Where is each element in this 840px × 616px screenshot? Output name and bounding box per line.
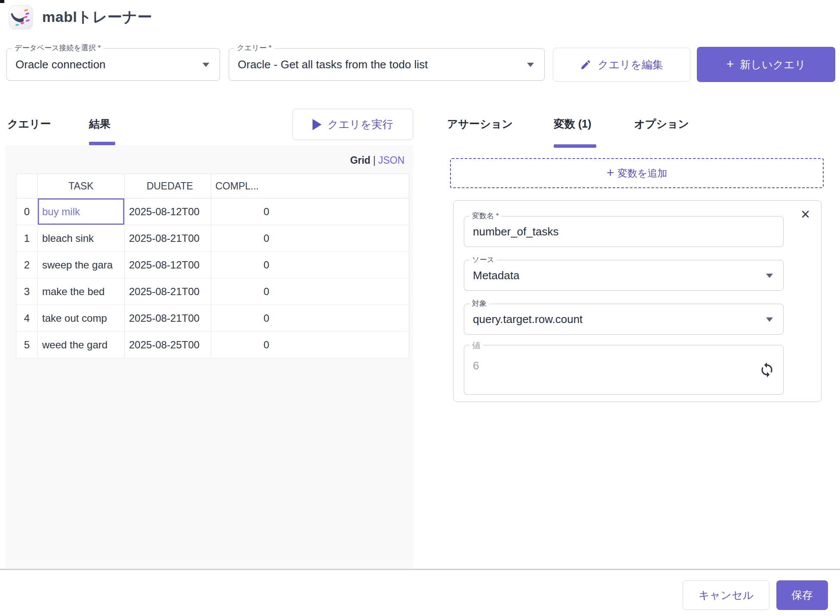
mabl-logo-icon	[8, 3, 35, 31]
tab-options[interactable]: オプション	[634, 117, 689, 131]
tab-queries[interactable]: クエリー	[7, 117, 51, 131]
cell-task[interactable]: bleach sink	[38, 225, 125, 252]
cell-duedate[interactable]: 2025-08-12T00	[125, 252, 211, 278]
query-select[interactable]: クエリー * Oracle - Get all tasks from the t…	[229, 48, 545, 81]
variable-name-value: number_of_tasks	[473, 225, 558, 238]
new-query-button[interactable]: + 新しいクエリ	[697, 47, 835, 82]
cancel-button[interactable]: キャンセル	[683, 580, 769, 610]
variable-value-field[interactable]: 値 6	[464, 345, 784, 395]
pencil-icon	[580, 59, 592, 70]
cell-task[interactable]: make the bed	[38, 278, 125, 305]
chevron-down-icon	[766, 317, 773, 322]
tab-results[interactable]: 結果	[89, 117, 110, 131]
col-header-completed[interactable]: COMPL...	[211, 174, 322, 198]
cell-completed[interactable]: 0	[211, 305, 322, 332]
results-table: TASK DUEDATE COMPL... 0 buy milk 2025-08…	[16, 174, 409, 358]
query-select-value: Oracle - Get all tasks from the todo lis…	[238, 58, 428, 71]
edit-query-button[interactable]: クエリを編集	[553, 48, 690, 82]
cell-task[interactable]: buy milk	[38, 198, 125, 225]
variable-name-field[interactable]: 変数名 * number_of_tasks	[464, 216, 784, 247]
corner-artifact	[0, 0, 4, 3]
cell-duedate[interactable]: 2025-08-21T00	[125, 278, 211, 305]
grid-view-label[interactable]: Grid	[350, 155, 370, 166]
col-header-index	[16, 174, 38, 198]
table-row: 3 make the bed 2025-08-21T00 0	[16, 278, 409, 305]
variable-value-label: 値	[469, 340, 483, 351]
new-query-label: 新しいクエリ	[740, 58, 806, 72]
results-table-body: 0 buy milk 2025-08-12T00 0 1 bleach sink…	[16, 198, 409, 358]
tab-results-underline	[89, 142, 115, 145]
row-index: 0	[16, 198, 38, 225]
app-header: mablトレーナー	[8, 3, 152, 31]
variable-source-value: Metadata	[473, 269, 519, 282]
cell-duedate[interactable]: 2025-08-12T00	[125, 198, 211, 225]
row-index: 1	[16, 225, 38, 252]
view-toggle: Grid|JSON	[335, 155, 405, 166]
plus-icon: +	[727, 58, 734, 70]
add-variable-button[interactable]: + 変数を追加	[450, 158, 824, 188]
variable-target-label: 対象	[469, 299, 489, 308]
row-index: 2	[16, 252, 38, 278]
table-row: 0 buy milk 2025-08-12T00 0	[16, 198, 409, 225]
cell-duedate[interactable]: 2025-08-25T00	[125, 332, 211, 358]
play-icon	[313, 119, 322, 130]
cell-completed[interactable]: 0	[211, 278, 322, 305]
edit-query-label: クエリを編集	[598, 58, 663, 72]
refresh-value-button[interactable]	[758, 361, 776, 378]
variable-target-value: query.target.row.count	[473, 313, 582, 326]
add-variable-label: 変数を追加	[617, 167, 667, 180]
variable-name-label: 変数名 *	[469, 211, 501, 221]
chevron-down-icon	[527, 63, 534, 67]
cell-completed[interactable]: 0	[211, 225, 322, 252]
cell-duedate[interactable]: 2025-08-21T00	[125, 305, 211, 332]
cell-completed[interactable]: 0	[211, 332, 322, 358]
variable-target-select[interactable]: 対象 query.target.row.count	[464, 304, 784, 335]
row-index: 3	[16, 278, 38, 305]
col-header-duedate[interactable]: DUEDATE	[125, 174, 211, 198]
run-query-button[interactable]: クエリを実行	[292, 109, 413, 140]
app-title: mablトレーナー	[42, 7, 152, 27]
json-view-link[interactable]: JSON	[378, 155, 405, 166]
run-query-label: クエリを実行	[328, 117, 393, 131]
database-connection-label: データベース接続を選択 *	[12, 43, 103, 53]
view-toggle-divider: |	[371, 155, 378, 166]
variable-value-preview: 6	[473, 359, 479, 372]
col-header-task[interactable]: TASK	[38, 174, 125, 198]
table-header-row: TASK DUEDATE COMPL...	[16, 174, 409, 198]
mabl-trainer-screen: mablトレーナー データベース接続を選択 * Oracle connectio…	[0, 0, 840, 616]
cell-task[interactable]: sweep the gara	[38, 252, 125, 278]
row-index: 4	[16, 305, 38, 332]
tab-variables[interactable]: 変数 (1)	[554, 117, 592, 131]
tab-assertions[interactable]: アサーション	[447, 117, 513, 131]
query-select-label: クエリー *	[234, 43, 274, 53]
variable-source-label: ソース	[469, 255, 497, 265]
cell-task[interactable]: take out comp	[38, 305, 125, 332]
variable-source-select[interactable]: ソース Metadata	[464, 260, 784, 291]
tab-variables-underline	[554, 144, 596, 148]
database-connection-select[interactable]: データベース接続を選択 * Oracle connection	[6, 48, 220, 81]
table-row: 1 bleach sink 2025-08-21T00 0	[16, 225, 409, 252]
footer-divider	[0, 569, 840, 570]
variable-card: × 変数名 * number_of_tasks ソース Metadata 対象 …	[453, 200, 822, 402]
cell-duedate[interactable]: 2025-08-21T00	[125, 225, 211, 252]
database-connection-value: Oracle connection	[15, 58, 106, 71]
save-button[interactable]: 保存	[776, 580, 828, 610]
close-icon[interactable]: ×	[801, 207, 810, 222]
table-row: 2 sweep the gara 2025-08-12T00 0	[16, 252, 409, 278]
table-row: 5 weed the gard 2025-08-25T00 0	[16, 332, 409, 358]
refresh-icon	[759, 362, 775, 378]
plus-icon: +	[607, 166, 614, 179]
chevron-down-icon	[202, 63, 209, 67]
cell-completed[interactable]: 0	[211, 252, 322, 278]
chevron-down-icon	[766, 274, 773, 278]
row-index: 5	[16, 332, 38, 358]
table-row: 4 take out comp 2025-08-21T00 0	[16, 305, 409, 332]
cell-task[interactable]: weed the gard	[38, 332, 125, 358]
cell-completed[interactable]: 0	[211, 198, 322, 225]
